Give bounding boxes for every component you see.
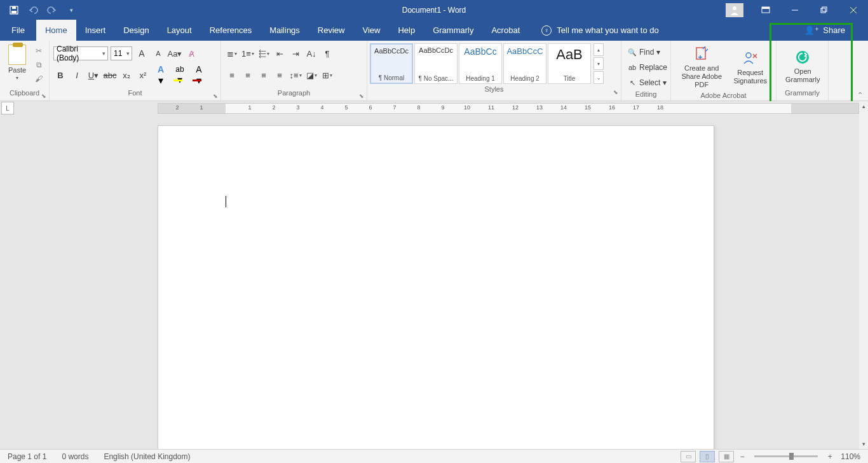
share-icon: 👤⁺ xyxy=(804,25,819,35)
copy-icon[interactable]: ⧉ xyxy=(33,60,44,70)
style-title[interactable]: AaBTitle xyxy=(548,43,591,84)
tab-grammarly[interactable]: Grammarly xyxy=(424,20,482,41)
decrease-indent-icon[interactable]: ⇤ xyxy=(273,46,287,60)
style-nospace[interactable]: AaBbCcDc¶ No Spac... xyxy=(414,43,458,84)
replace-button[interactable]: abReplace xyxy=(625,61,670,74)
numbering-icon[interactable]: 1≡ xyxy=(241,46,255,60)
paste-label: Paste xyxy=(8,66,26,74)
svg-point-12 xyxy=(746,53,751,58)
cut-icon[interactable]: ✂ xyxy=(33,46,44,56)
zoom-slider[interactable] xyxy=(754,455,818,457)
horizontal-ruler[interactable]: 21123456789101112131415161718 xyxy=(158,103,859,114)
subscript-button[interactable]: x₂ xyxy=(119,68,133,82)
show-marks-icon[interactable]: ¶ xyxy=(320,46,334,60)
zoom-out-button[interactable]: − xyxy=(738,452,747,461)
styles-up-icon[interactable]: ▴ xyxy=(593,43,604,56)
tab-layout[interactable]: Layout xyxy=(158,20,201,41)
font-color-icon[interactable]: A▾ xyxy=(191,68,207,82)
print-layout-icon[interactable]: ▯ xyxy=(700,451,715,462)
tab-review[interactable]: Review xyxy=(309,20,354,41)
minimize-button[interactable] xyxy=(780,0,810,20)
strike-button[interactable]: abc xyxy=(103,68,117,82)
qat-customize-icon[interactable]: ▾ xyxy=(62,1,80,19)
superscript-button[interactable]: x² xyxy=(136,68,150,82)
styles-more-icon[interactable]: ⌄ xyxy=(593,71,604,84)
create-share-pdf-button[interactable]: Create and Share Adobe PDF xyxy=(675,43,728,90)
word-count[interactable]: 0 words xyxy=(54,452,96,461)
svg-rect-5 xyxy=(762,7,770,9)
format-painter-icon[interactable]: 🖌 xyxy=(33,74,44,84)
text-effects-icon[interactable]: A▾ xyxy=(153,68,169,82)
font-launcher-icon[interactable]: ⬊ xyxy=(212,92,219,100)
scroll-down-icon[interactable]: ▾ xyxy=(859,439,868,449)
align-left-icon[interactable]: ≡ xyxy=(225,68,239,82)
maximize-button[interactable] xyxy=(810,0,839,20)
ribbon-display-options-icon[interactable] xyxy=(751,0,780,20)
increase-indent-icon[interactable]: ⇥ xyxy=(288,46,302,60)
select-button[interactable]: ↖Select ▾ xyxy=(625,76,670,89)
tab-references[interactable]: References xyxy=(201,20,261,41)
styles-down-icon[interactable]: ▾ xyxy=(593,57,604,70)
bullets-icon[interactable]: ≣ xyxy=(225,46,239,60)
tab-view[interactable]: View xyxy=(353,20,389,41)
tab-mailings[interactable]: Mailings xyxy=(261,20,309,41)
style-normal[interactable]: AaBbCcDc¶ Normal xyxy=(370,43,413,84)
font-name-select[interactable]: Calibri (Body) xyxy=(53,46,108,60)
group-paragraph: ≣ 1≡ ⬱ ⇤ ⇥ A↓ ¶ ≡ ≡ ≡ ≡ ↕≡ ◪ ⊞ Paragraph… xyxy=(221,41,367,100)
tab-insert[interactable]: Insert xyxy=(76,20,115,41)
clipboard-icon xyxy=(8,45,26,65)
close-button[interactable] xyxy=(839,0,868,20)
vertical-scrollbar[interactable]: ▴ ▾ xyxy=(859,101,868,449)
page-indicator[interactable]: Page 1 of 1 xyxy=(0,452,54,461)
underline-button[interactable]: U▾ xyxy=(86,68,100,82)
multilevel-icon[interactable]: ⬱ xyxy=(257,46,271,60)
font-size-select[interactable]: 11 xyxy=(111,46,132,60)
align-center-icon[interactable]: ≡ xyxy=(241,68,255,82)
group-grammarly: Open Grammarly Grammarly xyxy=(776,41,829,100)
grow-font-icon[interactable]: A xyxy=(135,46,149,60)
read-mode-icon[interactable]: ▭ xyxy=(681,451,696,462)
paragraph-launcher-icon[interactable]: ⬊ xyxy=(358,92,365,100)
open-grammarly-button[interactable]: Open Grammarly xyxy=(780,43,825,88)
scroll-up-icon[interactable]: ▴ xyxy=(859,101,868,111)
redo-icon[interactable] xyxy=(43,1,61,19)
bold-button[interactable]: B xyxy=(53,68,67,82)
clear-format-icon[interactable]: A̷ xyxy=(184,46,198,60)
tab-selector[interactable]: L xyxy=(1,102,14,114)
italic-button[interactable]: I xyxy=(70,68,84,82)
shrink-font-icon[interactable]: A xyxy=(151,46,165,60)
share-button[interactable]: 👤⁺ Share xyxy=(793,20,857,41)
highlight-icon[interactable]: ab▾ xyxy=(172,68,188,82)
clipboard-launcher-icon[interactable]: ⬊ xyxy=(40,92,48,100)
account-avatar[interactable] xyxy=(726,3,743,17)
document-page[interactable] xyxy=(158,125,714,456)
tab-help[interactable]: Help xyxy=(389,20,424,41)
save-icon[interactable] xyxy=(5,1,23,19)
zoom-in-button[interactable]: + xyxy=(825,452,834,461)
justify-icon[interactable]: ≡ xyxy=(273,68,287,82)
document-area xyxy=(0,118,859,449)
undo-icon[interactable] xyxy=(24,1,42,19)
change-case-icon[interactable]: Aa▾ xyxy=(168,46,182,60)
align-right-icon[interactable]: ≡ xyxy=(257,68,271,82)
styles-launcher-icon[interactable]: ⬊ xyxy=(612,88,620,96)
zoom-level[interactable]: 110% xyxy=(838,452,863,461)
title-bar: ▾ Document1 - Word xyxy=(0,0,868,20)
tab-file[interactable]: File xyxy=(0,20,36,41)
borders-icon[interactable]: ⊞ xyxy=(320,68,334,82)
web-layout-icon[interactable]: ▦ xyxy=(719,451,734,462)
language-indicator[interactable]: English (United Kingdom) xyxy=(96,452,198,461)
tab-design[interactable]: Design xyxy=(114,20,158,41)
tab-home[interactable]: Home xyxy=(36,20,76,41)
tell-me-search[interactable]: ♀ Tell me what you want to do xyxy=(541,20,658,41)
find-button[interactable]: 🔍Find ▾ xyxy=(625,46,670,59)
paste-button[interactable]: Paste ▾ xyxy=(4,43,31,88)
request-signatures-button[interactable]: Request Signatures xyxy=(728,43,772,90)
style-h1[interactable]: AaBbCcHeading 1 xyxy=(459,43,502,84)
sort-icon[interactable]: A↓ xyxy=(304,46,318,60)
shading-icon[interactable]: ◪ xyxy=(304,68,318,82)
tab-acrobat[interactable]: Acrobat xyxy=(482,20,529,41)
line-spacing-icon[interactable]: ↕≡ xyxy=(288,68,302,82)
collapse-ribbon-icon[interactable]: ⌃ xyxy=(855,90,865,100)
style-h2[interactable]: AaBbCcCHeading 2 xyxy=(503,43,546,84)
